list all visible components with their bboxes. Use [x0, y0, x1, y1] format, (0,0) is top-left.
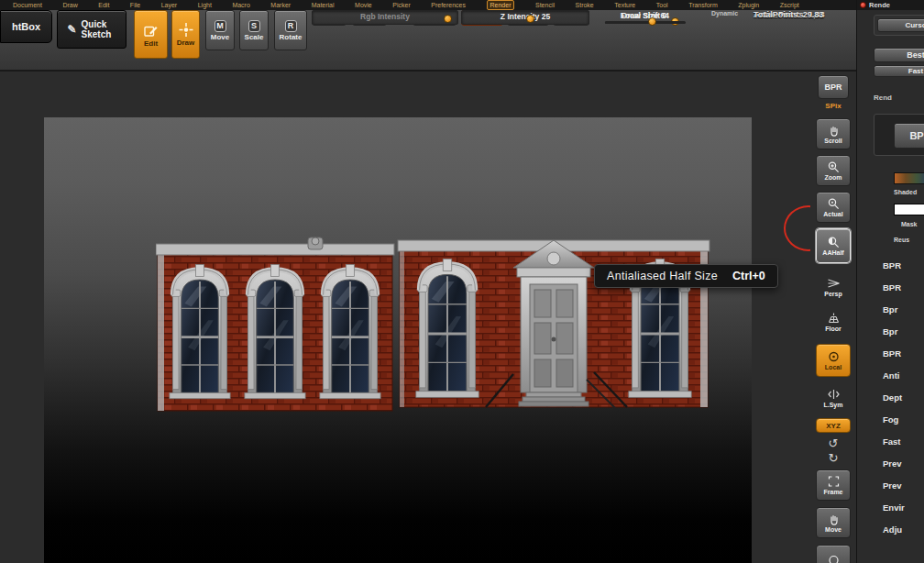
- menu-marker[interactable]: Marker: [270, 1, 291, 9]
- menu-layer[interactable]: Layer: [161, 1, 178, 9]
- lightbox-button[interactable]: htBox: [0, 10, 52, 43]
- magnifier-dot-icon: [827, 197, 841, 210]
- edit-button[interactable]: Edit: [134, 10, 168, 59]
- frame-brackets-icon: [827, 475, 841, 488]
- zoom-button[interactable]: Zoom: [816, 155, 851, 186]
- menu-movie[interactable]: Movie: [355, 1, 372, 9]
- mirror-symmetry-icon: [827, 388, 841, 401]
- bpr-texture-thumbnail[interactable]: [894, 172, 924, 184]
- move-button[interactable]: M Move: [205, 10, 235, 50]
- draw-size-track: [605, 21, 686, 24]
- local-pivot-button[interactable]: Local: [816, 344, 851, 377]
- menubar: Document Draw Edit File Layer Light Macr…: [0, 0, 856, 10]
- subpalette-bpr-5[interactable]: BPR: [883, 343, 901, 363]
- rgb-intensity-knob[interactable]: [444, 15, 452, 23]
- scale-canvas-button[interactable]: [816, 545, 851, 563]
- menu-transform[interactable]: Transform: [688, 1, 718, 9]
- best-render-button[interactable]: Best: [874, 48, 924, 62]
- xyz-label: XYZ: [826, 422, 841, 430]
- document-canvas[interactable]: Antialiased Half Size Ctrl+0: [44, 117, 752, 563]
- hand-scroll-icon: [827, 124, 841, 137]
- aahalf-button[interactable]: AAHalf: [816, 228, 851, 263]
- menu-zscript[interactable]: Zscript: [780, 1, 799, 9]
- bpr-panel-button[interactable]: BPR: [894, 123, 924, 149]
- subpalette-bpr-2[interactable]: BPR: [883, 277, 901, 297]
- menu-macro[interactable]: Macro: [232, 1, 249, 9]
- rgb-intensity-slider[interactable]: Rgb Intensity: [312, 10, 458, 25]
- draw-label: Draw: [177, 39, 195, 47]
- rotate-label: Rotate: [280, 33, 302, 41]
- subpalette-adjust[interactable]: Adju: [883, 519, 902, 539]
- actual-size-button[interactable]: Actual: [816, 192, 851, 223]
- menu-stencil[interactable]: Stencil: [535, 1, 555, 9]
- bpr-render-button[interactable]: BPR: [818, 75, 849, 99]
- menu-document[interactable]: Document: [13, 1, 42, 9]
- draw-size-knob[interactable]: [648, 17, 656, 26]
- rotate-ccw-icon-button[interactable]: ↺: [829, 436, 839, 450]
- rotate-cw-icon-button[interactable]: ↻: [829, 451, 839, 465]
- subpalette-bpr-1[interactable]: BPR: [883, 255, 901, 275]
- scale-button[interactable]: S Scale: [239, 10, 269, 50]
- xyz-button[interactable]: XYZ: [816, 418, 851, 433]
- facade-left-block: [156, 237, 394, 411]
- tooltip-antialiased-half-size: Antialiased Half Size Ctrl+0: [594, 264, 778, 288]
- z-intensity-knob[interactable]: [526, 15, 534, 23]
- lsym-button[interactable]: L.Sym: [816, 382, 851, 414]
- menu-zplugin[interactable]: Zplugin: [738, 1, 759, 9]
- tooltip-label: Antialiased Half Size: [607, 270, 718, 282]
- draw-button[interactable]: Draw: [171, 10, 200, 59]
- menu-light[interactable]: Light: [198, 1, 212, 9]
- mask-label: Mask: [901, 221, 918, 227]
- subpalette-depth[interactable]: Dept: [883, 387, 902, 407]
- subpalette-antialiasing[interactable]: Anti: [883, 365, 899, 385]
- subpalette-environment[interactable]: Envir: [883, 497, 905, 517]
- fast-render-button[interactable]: Fast: [874, 65, 924, 77]
- render-palette-header: Rende: [857, 0, 924, 10]
- edit-label: Edit: [144, 39, 158, 48]
- magnifier-half-icon: [827, 236, 841, 248]
- subpalette-fast[interactable]: Fast: [883, 431, 901, 451]
- subpalette-bpr-4[interactable]: Bpr: [883, 321, 897, 341]
- menu-material[interactable]: Material: [312, 1, 335, 9]
- persp-button[interactable]: Persp: [816, 271, 851, 303]
- menu-file[interactable]: File: [130, 1, 140, 9]
- frame-button[interactable]: Frame: [816, 469, 851, 501]
- floor-label: Floor: [825, 326, 842, 332]
- menu-picker[interactable]: Picker: [392, 1, 410, 9]
- hand-move-icon: [827, 513, 841, 525]
- scroll-button[interactable]: Scroll: [816, 118, 851, 149]
- menu-draw[interactable]: Draw: [62, 1, 77, 9]
- scale-letter-icon: S: [248, 20, 260, 32]
- render-palette-panel: Rende Curso Best Fast Rend BPR Shaded Ma…: [856, 0, 924, 563]
- quick-sketch-button[interactable]: ✎ Quick Sketch: [57, 10, 126, 49]
- z-intensity-slider[interactable]: Z Intensity 25: [461, 10, 589, 25]
- menu-stroke[interactable]: Stroke: [576, 1, 594, 9]
- edit-object-icon: [143, 22, 160, 39]
- spix-slider[interactable]: SPix: [825, 102, 841, 110]
- floor-button[interactable]: Floor: [816, 306, 851, 337]
- subpalette-preview-1[interactable]: Prev: [883, 453, 902, 473]
- cursor-button[interactable]: Curso: [877, 18, 924, 32]
- reuse-label: Reus: [894, 237, 909, 243]
- menu-texture[interactable]: Texture: [614, 1, 635, 9]
- rotate-button[interactable]: R Rotate: [274, 10, 307, 50]
- subpalette-bpr-3[interactable]: Bpr: [883, 299, 897, 319]
- menu-render[interactable]: Render: [487, 0, 515, 10]
- move-canvas-button[interactable]: Move: [816, 507, 851, 538]
- dynamic-label[interactable]: Dynamic: [711, 10, 738, 17]
- menu-tool[interactable]: Tool: [656, 1, 668, 9]
- workspace: Antialiased Half Size Ctrl+0: [0, 72, 856, 563]
- menu-preferences[interactable]: Preferences: [431, 1, 466, 9]
- palette-close-icon[interactable]: [860, 2, 866, 8]
- subpalette-preview-2[interactable]: Prev: [883, 475, 902, 495]
- cursor-group: Curso: [874, 15, 924, 36]
- color-swatch[interactable]: [894, 204, 924, 215]
- local-label: Local: [825, 364, 842, 370]
- draw-size-slider[interactable]: Draw Size 64: [605, 10, 686, 26]
- menu-edit[interactable]: Edit: [98, 1, 109, 9]
- aahalf-label: AAHalf: [822, 249, 843, 256]
- pivot-circle-icon: [827, 350, 841, 363]
- tooltip-shortcut: Ctrl+0: [732, 270, 765, 282]
- subpalette-fog[interactable]: Fog: [883, 409, 898, 429]
- right-shelf: BPR SPix Scroll Zoom Actual AAHalf: [810, 73, 856, 563]
